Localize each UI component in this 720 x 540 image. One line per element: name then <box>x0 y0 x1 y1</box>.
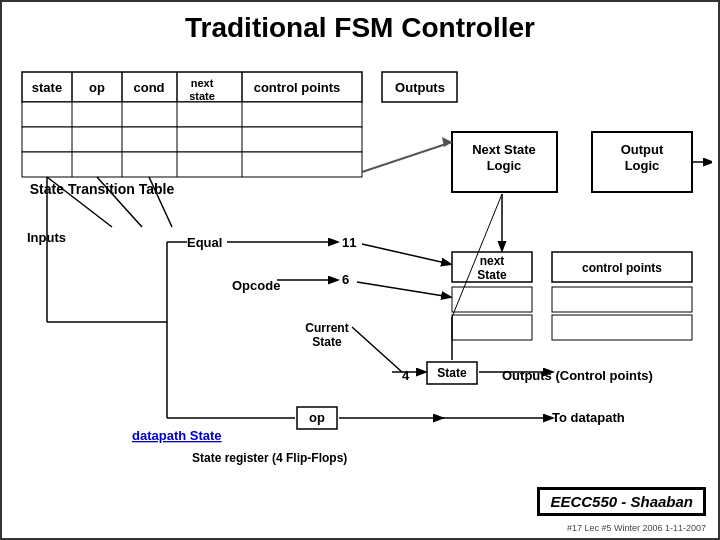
col-state: state <box>32 80 62 95</box>
col-next: next <box>191 77 214 89</box>
num-11: 11 <box>342 235 356 250</box>
next-state-logic-label2: Logic <box>487 158 522 173</box>
col-control: control points <box>254 80 341 95</box>
state-lower: State <box>477 268 507 282</box>
current-state-label2: State <box>312 335 342 349</box>
footer-text: #17 Lec #5 Winter 2006 1-11-2007 <box>567 523 706 533</box>
svg-rect-32 <box>452 315 532 340</box>
svg-rect-11 <box>22 127 362 152</box>
svg-rect-16 <box>22 152 362 177</box>
diagram-svg: state op cond next state control points … <box>12 32 712 522</box>
svg-rect-6 <box>22 102 362 127</box>
svg-rect-31 <box>552 287 692 312</box>
next-state-logic-label: Next State <box>472 142 536 157</box>
state-register: State register (4 Flip-Flops) <box>192 451 347 465</box>
next-state-lower: next <box>480 254 505 268</box>
col-op: op <box>89 80 105 95</box>
svg-rect-30 <box>452 287 532 312</box>
current-state-label: Current <box>305 321 348 335</box>
num-6: 6 <box>342 272 349 287</box>
svg-line-34 <box>362 244 450 264</box>
eecc-box: EECC550 - Shaaban <box>537 487 706 516</box>
output-logic-label: Output <box>621 142 664 157</box>
outputs-control: Outputs (Control points) <box>502 368 653 383</box>
control-points-lower: control points <box>582 261 662 275</box>
output-logic-label2: Logic <box>625 158 660 173</box>
svg-line-26 <box>362 142 452 172</box>
state-box: State <box>437 366 467 380</box>
svg-rect-33 <box>552 315 692 340</box>
num-4: 4 <box>402 368 410 383</box>
col-state2: state <box>189 90 215 102</box>
page: Traditional FSM Controller state op cond… <box>0 0 720 540</box>
to-datapath: To datapath <box>552 410 625 425</box>
op-box: op <box>309 410 325 425</box>
opcode-label: Opcode <box>232 278 280 293</box>
svg-line-35 <box>357 282 450 297</box>
outputs-label: Outputs <box>395 80 445 95</box>
col-cond: cond <box>133 80 164 95</box>
equal-label: Equal <box>187 235 222 250</box>
datapath-state: datapath State <box>132 428 222 443</box>
svg-line-53 <box>352 327 402 372</box>
